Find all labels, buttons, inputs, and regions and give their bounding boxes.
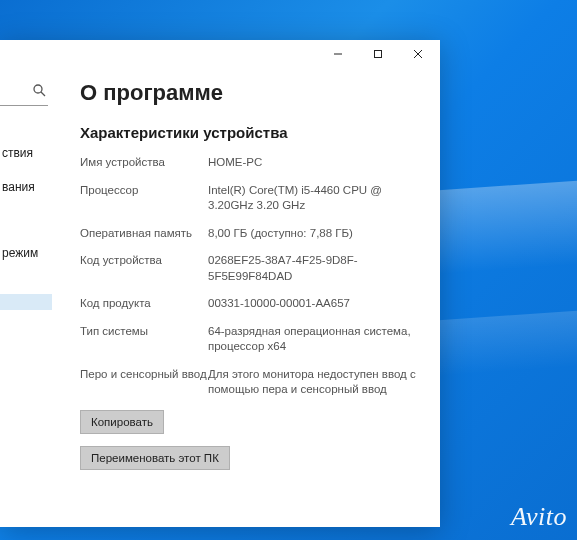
sidebar-item-1[interactable]: вания bbox=[0, 172, 52, 202]
sidebar-item-2[interactable]: режим bbox=[0, 238, 52, 268]
search-icon bbox=[32, 83, 46, 101]
spec-label-device-id: Код устройства bbox=[80, 253, 208, 284]
spec-value-ram: 8,00 ГБ (доступно: 7,88 ГБ) bbox=[208, 226, 418, 242]
spec-label-system-type: Тип системы bbox=[80, 324, 208, 355]
watermark-logo: Avito bbox=[511, 502, 567, 532]
sidebar-item-about[interactable] bbox=[0, 294, 52, 310]
spec-value-device-id: 0268EF25-38A7-4F25-9D8F-5F5E99F84DAD bbox=[208, 253, 418, 284]
title-bar bbox=[0, 40, 440, 68]
section-title: Характеристики устройства bbox=[80, 124, 418, 141]
spec-row: Код устройства 0268EF25-38A7-4F25-9D8F-5… bbox=[80, 253, 418, 284]
sidebar-item-0[interactable]: ствия bbox=[0, 138, 52, 168]
page-title: О программе bbox=[80, 80, 418, 106]
spec-row: Код продукта 00331-10000-00001-AA657 bbox=[80, 296, 418, 312]
settings-window: ствия вания режим О программе Характерис… bbox=[0, 40, 440, 527]
close-button[interactable] bbox=[398, 40, 438, 68]
spec-label-ram: Оперативная память bbox=[80, 226, 208, 242]
spec-value-product-id: 00331-10000-00001-AA657 bbox=[208, 296, 418, 312]
svg-rect-1 bbox=[375, 51, 382, 58]
sidebar: ствия вания режим bbox=[0, 68, 52, 527]
maximize-button[interactable] bbox=[358, 40, 398, 68]
svg-line-5 bbox=[41, 92, 45, 96]
spec-row: Тип системы 64-разрядная операционная си… bbox=[80, 324, 418, 355]
spec-row: Перо и сенсорный ввод Для этого монитора… bbox=[80, 367, 418, 398]
spec-value-device-name: HOME-PC bbox=[208, 155, 418, 171]
spec-value-processor: Intel(R) Core(TM) i5-4460 CPU @ 3.20GHz … bbox=[208, 183, 418, 214]
spec-value-pen-touch: Для этого монитора недоступен ввод с пом… bbox=[208, 367, 418, 398]
main-panel: О программе Характеристики устройства Им… bbox=[52, 68, 440, 527]
copy-button[interactable]: Копировать bbox=[80, 410, 164, 434]
spec-row: Имя устройства HOME-PC bbox=[80, 155, 418, 171]
spec-label-product-id: Код продукта bbox=[80, 296, 208, 312]
svg-point-4 bbox=[34, 85, 42, 93]
spec-label-processor: Процессор bbox=[80, 183, 208, 214]
spec-label-device-name: Имя устройства bbox=[80, 155, 208, 171]
spec-label-pen-touch: Перо и сенсорный ввод bbox=[80, 367, 208, 398]
spec-value-system-type: 64-разрядная операционная система, проце… bbox=[208, 324, 418, 355]
minimize-button[interactable] bbox=[318, 40, 358, 68]
spec-row: Процессор Intel(R) Core(TM) i5-4460 CPU … bbox=[80, 183, 418, 214]
spec-row: Оперативная память 8,00 ГБ (доступно: 7,… bbox=[80, 226, 418, 242]
rename-pc-button[interactable]: Переименовать этот ПК bbox=[80, 446, 230, 470]
